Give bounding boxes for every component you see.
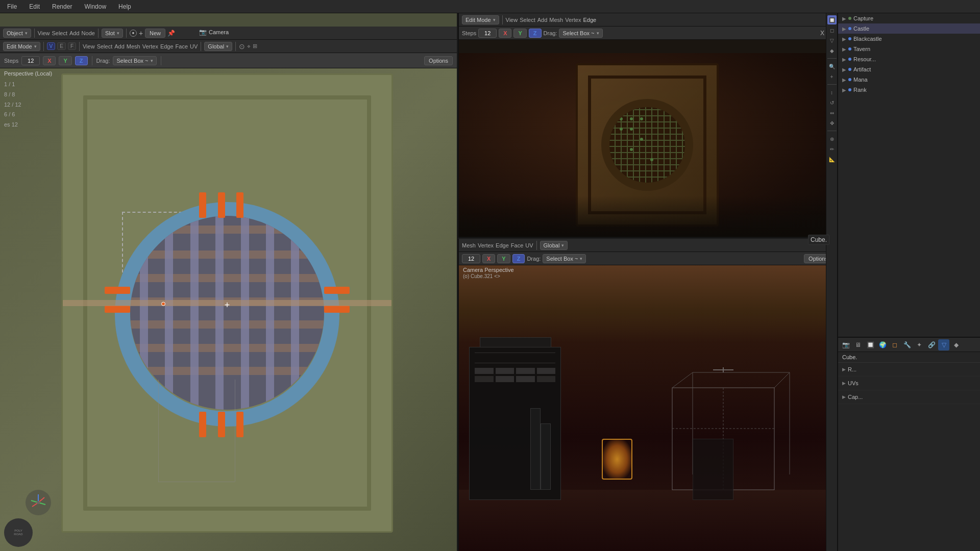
axis-y[interactable]: Y [59,56,71,65]
res-icon-cursor[interactable]: ⊕ [827,134,837,143]
global-dropdown[interactable]: Global [204,42,232,51]
res-icon-transform[interactable]: ✥ [827,118,837,128]
rt-mesh-label[interactable]: Mesh [549,17,563,23]
axis-x[interactable]: X [43,56,56,65]
viewport-3d-content[interactable]: + POLY ROAD [0,68,457,551]
face-label[interactable]: Face [176,43,188,49]
res-icon-scale[interactable]: ⇔ [827,108,837,117]
mesh-icon-v[interactable]: V [47,42,56,50]
select-label[interactable]: Select [52,30,67,36]
prop-scene-icon[interactable]: 🔲 [865,339,876,350]
res-icon-move[interactable]: ↕ [827,88,837,97]
rb-axis-z[interactable]: Z [512,254,525,263]
res-icon-measure[interactable]: 📐 [827,155,837,164]
mesh-icon-f[interactable]: F [68,42,76,50]
res-icon-mesh[interactable]: ▽ [827,36,837,45]
pin-icon[interactable]: 📌 [167,30,175,37]
rt-axis-z[interactable]: Z [529,29,542,38]
view-label2[interactable]: View [83,43,95,49]
menu-item-window[interactable]: Window [81,2,109,11]
select-label2[interactable]: Select [97,43,113,49]
edge-label[interactable]: Edge [160,43,174,49]
rb-steps-value[interactable]: 12 [462,254,480,263]
uv-label[interactable]: UV [190,43,198,49]
prop-constraint-icon[interactable]: 🔗 [926,339,937,350]
axis-z[interactable]: Z [75,56,88,65]
rt-edit-mode-dropdown[interactable]: Edit Mode [462,15,499,24]
rt-edge-label[interactable]: Edge [583,17,596,23]
add-label[interactable]: Add [69,30,80,36]
slot-dropdown[interactable]: Slot [102,29,123,38]
rt-axis-y[interactable]: Y [513,29,526,38]
options-button[interactable]: Options [424,56,453,65]
scene-item-blackcastle[interactable]: ▶ Blackcastle [838,34,980,44]
res-icon-annotate[interactable]: ✏ [827,144,837,154]
res-icon-add[interactable]: + [827,72,837,81]
res-icon-mat[interactable]: ◆ [827,46,837,55]
res-icon-rotate[interactable]: ↺ [827,98,837,107]
menu-item-file[interactable]: File [4,2,20,11]
nav-gizmo[interactable] [26,490,51,515]
right-top-scene[interactable] [459,53,836,237]
prop-modifier-icon[interactable]: 🔧 [901,339,913,350]
rb-axis-y[interactable]: Y [497,254,510,263]
steps-value[interactable]: 12 [21,56,40,65]
prop-world-icon[interactable]: 🌍 [877,339,888,350]
menu-item-render[interactable]: Render [49,2,75,11]
rt-vertex-label[interactable]: Vertex [565,17,581,23]
prop-sec-header-uvs[interactable]: ▶ UVs [842,378,976,389]
rt-axis-x[interactable]: X [499,29,511,38]
rt-view-label[interactable]: View [506,17,518,23]
res-icon-scene[interactable]: 🔲 [827,15,837,24]
rt-x-close[interactable]: X [820,30,824,37]
prop-sec-header-cap[interactable]: ▶ Cap... [842,391,976,403]
rb-mesh-label[interactable]: Mesh [462,242,476,248]
prop-output-icon[interactable]: 🖥 [852,339,864,350]
node-label[interactable]: Node [82,30,95,36]
rt-add-label[interactable]: Add [537,17,548,23]
rt-steps-value[interactable]: 12 [478,29,497,38]
prop-object-icon[interactable]: ◻ [889,339,900,350]
rb-axis-x[interactable]: X [482,254,495,263]
rb-global-dropdown[interactable]: Global [540,241,568,250]
rb-uv-label[interactable]: UV [525,242,533,248]
prop-data-icon[interactable]: ▽ [938,339,949,350]
prop-particles-icon[interactable]: ✦ [914,339,925,350]
vertex-label[interactable]: Vertex [142,43,158,49]
scene-item-artifact[interactable]: ▶ Artifact [838,64,980,74]
scene-item-castle[interactable]: ▶ Castle [838,23,980,34]
proportional-icon[interactable]: ⊙ [239,42,245,51]
rb-select-box-dropdown[interactable]: Select Box ~ [543,254,586,263]
scene-item-capture[interactable]: ▶ Capture [838,13,980,23]
new-button[interactable]: New [145,29,165,38]
view-label[interactable]: View [38,30,50,36]
prop-material-icon[interactable]: ◆ [950,339,962,350]
select-box-dropdown[interactable]: Select Box ~ [113,56,156,65]
scene-item-resource[interactable]: ▶ Resour... [838,54,980,64]
add-label2[interactable]: Add [114,43,125,49]
menu-item-edit[interactable]: Edit [26,2,43,11]
mesh-label[interactable]: Mesh [127,43,140,49]
menu-item-help[interactable]: Help [115,2,134,11]
res-icon-filter[interactable]: 🔍 [827,62,837,71]
prop-sec-header-r[interactable]: ▶ R... [842,364,976,375]
render-icon[interactable]: ● [130,30,137,37]
grid-icon[interactable]: ⊞ [253,43,257,49]
scene-item-mana[interactable]: ▶ Mana [838,74,980,85]
prop-render-icon[interactable]: 📷 [840,339,851,350]
rb-face-label[interactable]: Face [511,242,523,248]
right-bottom-scene[interactable] [459,265,836,551]
mesh-icon-e[interactable]: E [57,42,66,50]
object-name-field[interactable]: Cube. [838,352,980,363]
scene-item-rank[interactable]: ▶ Rank [838,85,980,95]
add-icon[interactable]: + [139,29,143,37]
snap-icon[interactable]: ⌖ [247,43,251,50]
rt-select-box-dropdown[interactable]: Select Box ~ [559,29,602,38]
rb-vertex-label[interactable]: Vertex [478,242,494,248]
res-icon-obj[interactable]: ◻ [827,26,837,35]
mode-dropdown[interactable]: Object [3,29,31,38]
scene-item-tavern[interactable]: ▶ Tavern [838,44,980,54]
edit-mode-dropdown[interactable]: Edit Mode [3,42,40,51]
rb-edge-label[interactable]: Edge [496,242,509,248]
rt-select-label[interactable]: Select [520,17,535,23]
